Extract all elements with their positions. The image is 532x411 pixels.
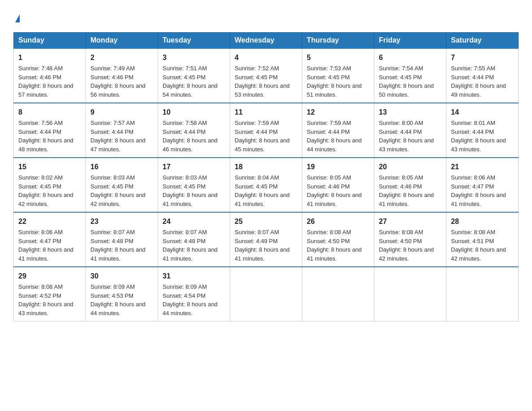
day-info: Sunrise: 8:09 AMSunset: 4:54 PMDaylight:… <box>163 283 225 317</box>
day-info: Sunrise: 8:02 AMSunset: 4:45 PMDaylight:… <box>18 173 81 208</box>
col-header-tuesday: Tuesday <box>158 33 230 49</box>
week-row-2: 8Sunrise: 7:56 AMSunset: 4:44 PMDaylight… <box>14 103 519 158</box>
day-number: 12 <box>307 107 369 118</box>
empty-cell <box>230 267 302 321</box>
day-cell-11: 11Sunrise: 7:59 AMSunset: 4:44 PMDayligh… <box>230 103 302 158</box>
col-header-wednesday: Wednesday <box>230 33 302 49</box>
day-cell-29: 29Sunrise: 8:08 AMSunset: 4:52 PMDayligh… <box>14 267 86 321</box>
day-number: 27 <box>379 216 442 227</box>
day-number: 9 <box>90 107 153 118</box>
day-cell-12: 12Sunrise: 7:59 AMSunset: 4:44 PMDayligh… <box>302 103 374 158</box>
day-number: 4 <box>235 52 297 63</box>
day-cell-30: 30Sunrise: 8:09 AMSunset: 4:53 PMDayligh… <box>86 267 158 321</box>
day-info: Sunrise: 8:07 AMSunset: 4:48 PMDaylight:… <box>163 228 225 263</box>
empty-cell <box>302 267 374 321</box>
day-info: Sunrise: 8:00 AMSunset: 4:44 PMDaylight:… <box>379 119 442 154</box>
day-number: 7 <box>451 52 514 63</box>
day-info: Sunrise: 7:51 AMSunset: 4:45 PMDaylight:… <box>163 64 225 99</box>
day-cell-26: 26Sunrise: 8:08 AMSunset: 4:50 PMDayligh… <box>302 212 374 267</box>
day-cell-16: 16Sunrise: 8:03 AMSunset: 4:45 PMDayligh… <box>86 158 158 212</box>
col-header-thursday: Thursday <box>302 33 374 49</box>
calendar-table: SundayMondayTuesdayWednesdayThursdayFrid… <box>13 32 519 321</box>
day-info: Sunrise: 8:08 AMSunset: 4:50 PMDaylight:… <box>307 228 369 263</box>
logo-triangle-icon <box>15 14 20 22</box>
day-info: Sunrise: 8:03 AMSunset: 4:45 PMDaylight:… <box>163 173 225 208</box>
day-info: Sunrise: 8:06 AMSunset: 4:47 PMDaylight:… <box>18 228 81 263</box>
day-number: 17 <box>163 162 225 172</box>
day-cell-22: 22Sunrise: 8:06 AMSunset: 4:47 PMDayligh… <box>14 212 86 267</box>
day-number: 30 <box>90 271 153 282</box>
day-number: 15 <box>18 162 81 172</box>
day-cell-23: 23Sunrise: 8:07 AMSunset: 4:48 PMDayligh… <box>86 212 158 267</box>
day-number: 5 <box>307 52 369 63</box>
day-info: Sunrise: 8:06 AMSunset: 4:47 PMDaylight:… <box>451 173 514 208</box>
day-number: 31 <box>163 271 225 282</box>
day-cell-1: 1Sunrise: 7:48 AMSunset: 4:46 PMDaylight… <box>14 48 86 103</box>
day-cell-14: 14Sunrise: 8:01 AMSunset: 4:44 PMDayligh… <box>446 103 519 158</box>
day-number: 22 <box>18 216 81 227</box>
day-number: 20 <box>379 162 442 172</box>
day-info: Sunrise: 8:09 AMSunset: 4:53 PMDaylight:… <box>90 283 153 317</box>
day-number: 18 <box>235 162 297 172</box>
day-info: Sunrise: 8:01 AMSunset: 4:44 PMDaylight:… <box>451 119 514 154</box>
day-info: Sunrise: 7:58 AMSunset: 4:44 PMDaylight:… <box>163 119 225 154</box>
day-number: 2 <box>90 52 153 63</box>
day-cell-5: 5Sunrise: 7:53 AMSunset: 4:45 PMDaylight… <box>302 48 374 103</box>
day-info: Sunrise: 7:52 AMSunset: 4:45 PMDaylight:… <box>235 64 297 99</box>
col-header-friday: Friday <box>374 33 446 49</box>
day-number: 6 <box>379 52 442 63</box>
day-cell-17: 17Sunrise: 8:03 AMSunset: 4:45 PMDayligh… <box>158 158 230 212</box>
day-number: 1 <box>18 52 81 63</box>
day-cell-4: 4Sunrise: 7:52 AMSunset: 4:45 PMDaylight… <box>230 48 302 103</box>
day-cell-25: 25Sunrise: 8:07 AMSunset: 4:49 PMDayligh… <box>230 212 302 267</box>
day-info: Sunrise: 7:54 AMSunset: 4:45 PMDaylight:… <box>379 64 442 99</box>
empty-cell <box>374 267 446 321</box>
day-number: 24 <box>163 216 225 227</box>
day-cell-8: 8Sunrise: 7:56 AMSunset: 4:44 PMDaylight… <box>14 103 86 158</box>
day-info: Sunrise: 7:48 AMSunset: 4:46 PMDaylight:… <box>18 64 81 99</box>
week-row-4: 22Sunrise: 8:06 AMSunset: 4:47 PMDayligh… <box>14 212 519 267</box>
day-cell-10: 10Sunrise: 7:58 AMSunset: 4:44 PMDayligh… <box>158 103 230 158</box>
day-info: Sunrise: 7:59 AMSunset: 4:44 PMDaylight:… <box>307 119 369 154</box>
day-info: Sunrise: 8:08 AMSunset: 4:51 PMDaylight:… <box>451 228 514 263</box>
col-header-saturday: Saturday <box>446 33 519 49</box>
day-info: Sunrise: 8:08 AMSunset: 4:50 PMDaylight:… <box>379 228 442 263</box>
day-number: 23 <box>90 216 153 227</box>
day-cell-15: 15Sunrise: 8:02 AMSunset: 4:45 PMDayligh… <box>14 158 86 212</box>
day-info: Sunrise: 7:53 AMSunset: 4:45 PMDaylight:… <box>307 64 369 99</box>
day-cell-28: 28Sunrise: 8:08 AMSunset: 4:51 PMDayligh… <box>446 212 519 267</box>
day-cell-24: 24Sunrise: 8:07 AMSunset: 4:48 PMDayligh… <box>158 212 230 267</box>
day-info: Sunrise: 7:57 AMSunset: 4:44 PMDaylight:… <box>90 119 153 154</box>
day-cell-13: 13Sunrise: 8:00 AMSunset: 4:44 PMDayligh… <box>374 103 446 158</box>
col-header-monday: Monday <box>86 33 158 49</box>
day-number: 19 <box>307 162 369 172</box>
day-cell-7: 7Sunrise: 7:55 AMSunset: 4:44 PMDaylight… <box>446 48 519 103</box>
empty-cell <box>446 267 519 321</box>
day-cell-2: 2Sunrise: 7:49 AMSunset: 4:46 PMDaylight… <box>86 48 158 103</box>
day-cell-20: 20Sunrise: 8:05 AMSunset: 4:46 PMDayligh… <box>374 158 446 212</box>
day-info: Sunrise: 7:56 AMSunset: 4:44 PMDaylight:… <box>18 119 81 154</box>
day-number: 28 <box>451 216 514 227</box>
week-row-3: 15Sunrise: 8:02 AMSunset: 4:45 PMDayligh… <box>14 158 519 212</box>
day-number: 29 <box>18 271 81 282</box>
day-number: 13 <box>379 107 442 118</box>
day-number: 26 <box>307 216 369 227</box>
day-cell-19: 19Sunrise: 8:05 AMSunset: 4:46 PMDayligh… <box>302 158 374 212</box>
day-cell-18: 18Sunrise: 8:04 AMSunset: 4:45 PMDayligh… <box>230 158 302 212</box>
day-info: Sunrise: 8:07 AMSunset: 4:49 PMDaylight:… <box>235 228 297 263</box>
page-header <box>13 9 519 24</box>
week-row-1: 1Sunrise: 7:48 AMSunset: 4:46 PMDaylight… <box>14 48 519 103</box>
day-number: 16 <box>90 162 153 172</box>
day-info: Sunrise: 8:07 AMSunset: 4:48 PMDaylight:… <box>90 228 153 263</box>
col-header-sunday: Sunday <box>14 33 86 49</box>
day-info: Sunrise: 8:04 AMSunset: 4:45 PMDaylight:… <box>235 173 297 208</box>
logo <box>13 9 20 24</box>
week-row-5: 29Sunrise: 8:08 AMSunset: 4:52 PMDayligh… <box>14 267 519 321</box>
day-number: 14 <box>451 107 514 118</box>
day-cell-31: 31Sunrise: 8:09 AMSunset: 4:54 PMDayligh… <box>158 267 230 321</box>
day-number: 21 <box>451 162 514 172</box>
day-number: 11 <box>235 107 297 118</box>
day-info: Sunrise: 8:05 AMSunset: 4:46 PMDaylight:… <box>379 173 442 208</box>
day-info: Sunrise: 7:55 AMSunset: 4:44 PMDaylight:… <box>451 64 514 99</box>
day-info: Sunrise: 7:49 AMSunset: 4:46 PMDaylight:… <box>90 64 153 99</box>
